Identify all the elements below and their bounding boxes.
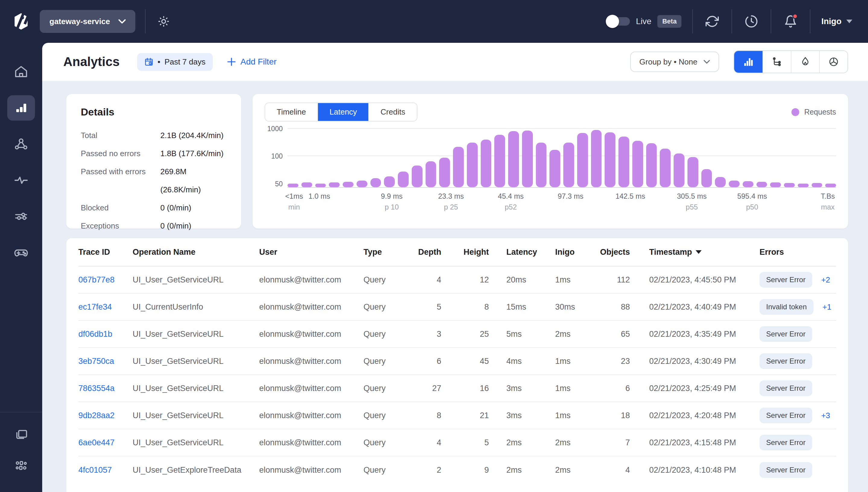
- column-header-errors[interactable]: Errors: [760, 247, 836, 257]
- requests-bar[interactable]: [770, 182, 781, 187]
- live-toggle[interactable]: [607, 17, 630, 26]
- requests-bar[interactable]: [646, 143, 657, 187]
- requests-bar[interactable]: [453, 147, 464, 187]
- requests-bar[interactable]: [467, 143, 478, 187]
- column-header-user[interactable]: User: [259, 247, 363, 257]
- column-header-latency[interactable]: Latency: [489, 247, 555, 257]
- view-histogram-button[interactable]: [734, 51, 763, 73]
- column-header-operation-name[interactable]: Operation Name: [133, 247, 259, 257]
- requests-bar[interactable]: [715, 177, 726, 187]
- sidebar-item-sandbox[interactable]: [7, 240, 35, 265]
- trace-id-link[interactable]: 067b77e8: [78, 275, 114, 284]
- requests-bar[interactable]: [673, 153, 685, 187]
- requests-bar[interactable]: [301, 182, 312, 187]
- requests-bar[interactable]: [357, 180, 367, 187]
- requests-bar[interactable]: [426, 161, 436, 187]
- sidebar-item-cluster[interactable]: [7, 453, 35, 478]
- table-row[interactable]: 9db28aa2UI_User_GetServiceURLelonmusk@tw…: [78, 402, 836, 429]
- table-row[interactable]: 6ae0e447UI_User_GetServiceURLelonmusk@tw…: [78, 429, 836, 457]
- requests-bar[interactable]: [563, 143, 574, 187]
- trace-id-link[interactable]: 7863554a: [78, 384, 114, 393]
- column-header-height[interactable]: Height: [441, 247, 489, 257]
- more-errors-link[interactable]: +2: [821, 275, 830, 285]
- latency-cell: 3ms: [489, 411, 555, 420]
- view-tree-button[interactable]: [763, 51, 791, 73]
- requests-bar[interactable]: [591, 130, 602, 187]
- column-header-timestamp[interactable]: Timestamp: [630, 247, 760, 257]
- topbar-divider: [692, 9, 693, 33]
- chart-tab-credits[interactable]: Credits: [368, 103, 416, 121]
- pie-chart-icon: [828, 56, 839, 67]
- app-window: gateway-service Live Beta: [0, 0, 868, 492]
- trace-id-link[interactable]: 9db28aa2: [78, 411, 114, 420]
- view-flame-button[interactable]: [791, 51, 819, 73]
- table-row[interactable]: 3eb750caUI_User_GetServiceURLelonmusk@tw…: [78, 348, 836, 375]
- history-button[interactable]: [743, 13, 760, 30]
- column-header-inigo[interactable]: Inigo: [555, 247, 597, 257]
- requests-bar[interactable]: [660, 149, 671, 187]
- x-axis-tick: 1.0 ms: [309, 192, 330, 200]
- requests-bar[interactable]: [577, 133, 588, 187]
- requests-bar[interactable]: [508, 131, 519, 187]
- requests-bar[interactable]: [315, 183, 326, 187]
- trace-id-link[interactable]: ec17fe34: [78, 302, 112, 312]
- requests-bar[interactable]: [632, 141, 643, 187]
- requests-bar[interactable]: [550, 150, 560, 187]
- more-errors-link[interactable]: +1: [822, 302, 832, 312]
- sidebar-item-config[interactable]: [7, 204, 35, 229]
- notifications-button[interactable]: [782, 13, 799, 30]
- sidebar-item-analytics[interactable]: [7, 95, 35, 121]
- view-pie-button[interactable]: [819, 51, 847, 73]
- requests-bar[interactable]: [398, 172, 409, 187]
- requests-bar[interactable]: [784, 183, 795, 187]
- column-header-type[interactable]: Type: [363, 247, 418, 257]
- requests-bar[interactable]: [687, 157, 698, 187]
- chart-tab-latency[interactable]: Latency: [317, 103, 368, 121]
- table-row[interactable]: df06db1bUI_User_GetServiceURLelonmusk@tw…: [78, 321, 836, 348]
- add-filter-button[interactable]: Add Filter: [227, 57, 277, 67]
- refresh-button[interactable]: [704, 13, 721, 30]
- requests-bar[interactable]: [729, 180, 740, 187]
- requests-bar[interactable]: [605, 132, 615, 187]
- settings-gear-button[interactable]: [155, 13, 172, 30]
- group-by-dropdown[interactable]: Group by • None: [630, 52, 719, 72]
- requests-bar[interactable]: [343, 182, 354, 187]
- requests-bar[interactable]: [701, 169, 712, 187]
- more-errors-link[interactable]: +3: [821, 411, 830, 420]
- requests-bar[interactable]: [494, 135, 505, 187]
- requests-bar[interactable]: [329, 182, 340, 187]
- requests-bar[interactable]: [287, 183, 298, 187]
- requests-bar[interactable]: [522, 130, 533, 187]
- table-row[interactable]: 7863554aUI_User_GetServiceURLelonmusk@tw…: [78, 375, 836, 402]
- table-row[interactable]: ec17fe34UI_CurrentUserInfoelonmusk@twitt…: [78, 294, 836, 321]
- trace-id-link[interactable]: 3eb750ca: [78, 356, 114, 366]
- trace-id-link[interactable]: df06db1b: [78, 329, 112, 339]
- trace-id-link[interactable]: 4fc01057: [78, 465, 112, 474]
- table-row[interactable]: 067b77e8UI_User_GetServiceURLelonmusk@tw…: [78, 267, 836, 294]
- requests-bar[interactable]: [439, 158, 450, 187]
- requests-bar[interactable]: [618, 137, 629, 187]
- requests-bar[interactable]: [536, 143, 547, 187]
- requests-bar[interactable]: [481, 140, 491, 187]
- sidebar-item-activity[interactable]: [7, 168, 35, 193]
- sidebar-item-graph[interactable]: [7, 131, 35, 157]
- requests-bar[interactable]: [412, 166, 423, 187]
- requests-bar[interactable]: [798, 183, 809, 187]
- requests-bar[interactable]: [825, 183, 836, 187]
- column-header-objects[interactable]: Objects: [597, 247, 630, 257]
- table-row[interactable]: 4fc01057UI_User_GetExploreTreeDataelonmu…: [78, 457, 836, 484]
- date-range-chip[interactable]: • Past 7 days: [137, 53, 213, 71]
- requests-bar[interactable]: [371, 178, 381, 187]
- trace-id-link[interactable]: 6ae0e447: [78, 438, 114, 447]
- requests-bar[interactable]: [743, 181, 754, 187]
- column-header-depth[interactable]: Depth: [418, 247, 441, 257]
- service-selector[interactable]: gateway-service: [40, 10, 135, 33]
- requests-bar[interactable]: [757, 182, 767, 187]
- user-menu[interactable]: Inigo: [821, 17, 852, 26]
- requests-bar[interactable]: [384, 176, 395, 187]
- sidebar-item-home[interactable]: [7, 59, 35, 84]
- requests-bar[interactable]: [812, 183, 822, 187]
- sidebar-item-docs[interactable]: [7, 421, 35, 447]
- chart-tab-timeline[interactable]: Timeline: [265, 103, 317, 121]
- column-header-trace-id[interactable]: Trace ID: [78, 247, 133, 257]
